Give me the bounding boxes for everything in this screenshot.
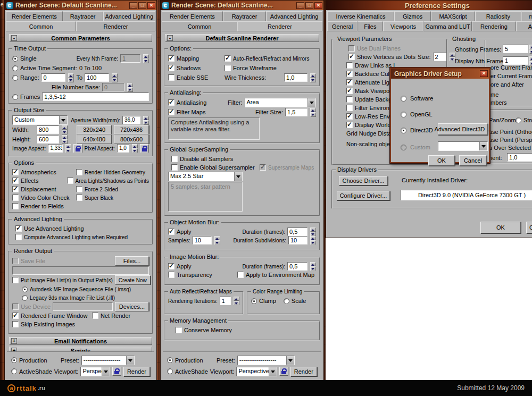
checkbox-area-lights-shadows[interactable] [67,178,73,184]
checkbox-video-color-check[interactable] [12,195,19,201]
checkbox-save-file[interactable] [12,258,19,264]
vertex-size-field[interactable]: 2 [433,53,447,61]
checkbox-update-background[interactable] [346,96,353,103]
device-field[interactable] [53,302,113,311]
checkbox-supersample-maps[interactable] [260,164,266,171]
rendering-iterations-field[interactable]: 1 [220,297,231,305]
pixel-aspect-spinner[interactable] [132,144,138,153]
width-field[interactable]: 800 [37,125,59,134]
choose-driver-button[interactable]: Choose Driver... [339,176,388,186]
collapse-icon[interactable]: - [167,35,173,41]
tab-mental-ray[interactable]: men [521,11,532,21]
object-duration-field[interactable]: 0,5 [287,228,307,236]
chevron-down-icon[interactable] [234,172,242,181]
tab-viewports[interactable]: Viewports [383,21,424,31]
image-duration-spinner[interactable] [310,262,316,271]
iterations-spinner[interactable] [234,297,239,305]
advanced-direct3d-button[interactable]: Advanced Direct3D ... [438,123,488,135]
preset-dropdown[interactable]: ------------------- [237,356,295,365]
expand-icon[interactable]: + [11,348,17,351]
tab-gizmos[interactable]: Gizmos [394,11,431,21]
checkbox-filter-environment[interactable] [346,105,353,111]
preset-dropdown[interactable]: ------------------- [81,356,135,365]
collapse-icon[interactable]: - [11,35,17,41]
tab-rendering[interactable]: Rendering [472,21,516,31]
checkbox-shadows[interactable] [168,65,174,71]
wire-thickness-field[interactable]: 1,0 [284,73,307,82]
chevron-down-icon[interactable] [126,356,134,365]
tab-advanced-lighting[interactable]: Advanced Lighting [266,11,322,21]
checkbox-disable-all-samplers[interactable] [171,156,178,162]
frames-field[interactable]: 1,3,5-12 [42,92,149,101]
title-bar[interactable]: Render Scene: Default Scanline... _ □ ✕ [161,1,323,10]
minimize-button[interactable]: _ [296,2,304,9]
tab-renderer[interactable]: Renderer [76,21,155,31]
range-to-field[interactable]: 100 [85,73,109,82]
tab-radiosity[interactable]: Radiosity [475,11,521,21]
checkbox-displacement[interactable] [12,186,19,192]
checkbox-lowres-environment[interactable] [346,113,353,120]
radio-custom[interactable] [401,145,406,150]
height-spinner[interactable] [62,135,68,144]
ghosting-frames-spinner[interactable] [529,45,532,54]
radio-stroke[interactable] [516,117,521,123]
ghosting-frames-field[interactable]: 5 [503,45,528,53]
checkbox-mapping[interactable] [168,55,174,62]
radio-software[interactable] [401,96,406,102]
range-from-spinner[interactable] [68,73,74,82]
every-nth-spinner[interactable] [143,54,149,63]
filter-size-spinner[interactable] [310,108,316,117]
chevron-down-icon[interactable] [286,356,294,365]
checkbox-compute-advanced-lighting[interactable] [15,234,22,240]
tab-raytracer[interactable]: Raytracer [223,11,267,21]
checkbox-apply-to-environment-map[interactable] [237,272,244,278]
cancel-button[interactable]: Cancel [526,222,532,233]
minimize-button[interactable]: _ [129,2,137,9]
height-field[interactable]: 600 [37,135,59,144]
checkbox-image-blur-apply[interactable] [168,263,174,269]
display-nth-frame-field[interactable]: 1 [503,56,528,65]
checkbox-atmospherics[interactable] [12,169,19,175]
object-duration-spinner[interactable] [310,228,316,236]
close-icon[interactable]: ✕ [147,2,155,9]
checkbox-enable-sse[interactable] [168,74,174,81]
subdivisions-spinner[interactable] [310,236,316,245]
supersampler-dropdown[interactable]: Max 2.5 Star [168,172,243,181]
chevron-down-icon[interactable] [59,116,67,124]
render-button[interactable]: Render [123,367,150,376]
pixel-aspect-field[interactable]: 1,0 [117,144,129,153]
chevron-down-icon[interactable] [479,142,487,150]
tab-render-elements[interactable]: Render Elements [6,11,63,21]
tab-general[interactable]: General [327,21,358,31]
every-nth-frame-field[interactable]: 1 [120,54,140,63]
filter-size-field[interactable]: 1,5 [285,108,307,116]
width-spinner[interactable] [62,125,68,134]
checkbox-attenuate-lights[interactable] [346,79,353,86]
wheel-zoom-increment-field[interactable]: 1,0 [507,153,532,162]
ok-button[interactable]: OK [428,155,455,166]
checkbox-super-black[interactable] [76,195,82,201]
checkbox-antialiasing[interactable] [168,99,174,106]
title-bar[interactable]: Preference Settings [326,1,532,10]
file-number-base-field[interactable]: 0 [102,83,124,91]
maximize-button[interactable]: □ [138,2,146,9]
checkbox-force-2-sided[interactable] [76,186,82,192]
checkbox-rendered-frame-window[interactable] [12,313,19,319]
lock-icon[interactable] [112,367,121,376]
res-640x480-button[interactable]: 640x480 [77,134,112,144]
chevron-down-icon[interactable] [269,367,277,376]
checkbox-show-vertices-as-dots[interactable] [348,54,355,60]
radio-legacy-ifl[interactable] [22,295,28,301]
radio-opengl[interactable] [401,112,406,117]
radio-activeshade[interactable] [11,368,17,374]
ok-button[interactable]: OK [480,222,521,233]
radio-scale[interactable] [284,298,289,304]
aperture-spinner[interactable] [143,116,149,125]
tab-animation[interactable]: An [516,21,532,31]
checkbox-use-dual-planes[interactable] [348,45,355,52]
rollout-common-parameters[interactable]: - Common Parameters [9,34,152,42]
radio-production[interactable] [167,357,173,363]
samples-spinner[interactable] [214,236,220,245]
range-to-spinner[interactable] [112,73,118,82]
tab-raytracer[interactable]: Raytracer [63,11,103,21]
